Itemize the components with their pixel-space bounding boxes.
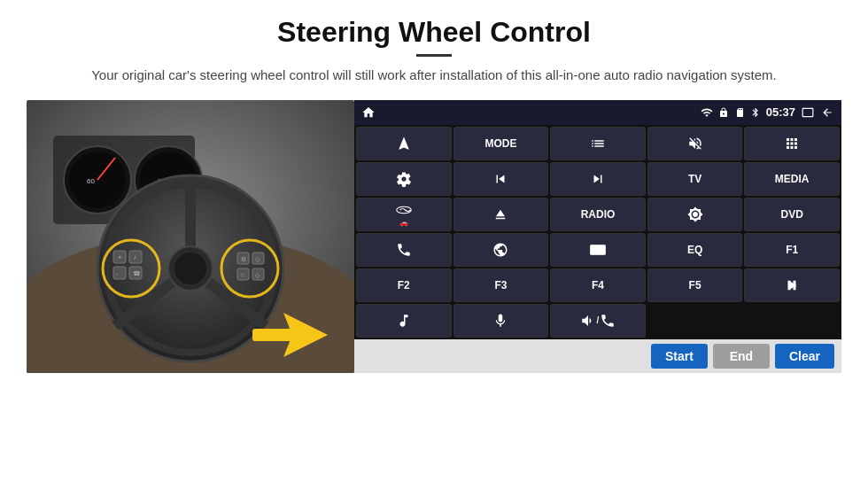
btn-eq[interactable]: EQ: [647, 233, 743, 267]
svg-text:☎: ☎: [133, 270, 141, 276]
btn-mode[interactable]: MODE: [453, 127, 549, 160]
btn-f1[interactable]: F1: [744, 233, 840, 267]
btn-mic[interactable]: [453, 304, 549, 338]
btn-f2[interactable]: F2: [356, 268, 452, 302]
svg-point-37: [397, 206, 412, 214]
btn-list[interactable]: [550, 127, 646, 160]
btn-playpause[interactable]: [744, 268, 840, 302]
status-bar: 05:37: [354, 100, 841, 125]
btn-settings[interactable]: [356, 162, 452, 196]
btn-dvd[interactable]: DVD: [744, 198, 840, 231]
page-subtitle: Your original car's steering wheel contr…: [91, 66, 777, 86]
start-button[interactable]: Start: [651, 344, 708, 369]
btn-prev[interactable]: [453, 162, 549, 196]
btn-next[interactable]: [550, 162, 646, 196]
btn-f5[interactable]: F5: [647, 268, 743, 302]
page-container: Steering Wheel Control Your original car…: [0, 0, 868, 482]
status-bar-left: [361, 105, 376, 120]
btn-f4[interactable]: F4: [550, 268, 646, 302]
btn-f3[interactable]: F3: [453, 268, 549, 302]
control-panel: 05:37 MODE: [354, 100, 841, 373]
btn-vol-phone[interactable]: /: [550, 304, 646, 338]
steering-wheel-image: 60 80 + ♪ -: [27, 100, 354, 373]
btn-radio[interactable]: RADIO: [550, 198, 646, 231]
btn-media[interactable]: MEDIA: [744, 162, 840, 196]
svg-text:♪: ♪: [133, 253, 136, 261]
btn-apps[interactable]: [744, 127, 840, 160]
btn-screen[interactable]: [550, 233, 646, 267]
status-time: 05:37: [766, 105, 795, 119]
end-button[interactable]: End: [713, 344, 770, 369]
page-title: Steering Wheel Control: [277, 16, 591, 49]
btn-nav[interactable]: [356, 127, 452, 160]
screen-cast-icon: [801, 106, 815, 119]
svg-text:○: ○: [240, 271, 244, 279]
btn-tv[interactable]: TV: [647, 162, 743, 196]
clear-button[interactable]: Clear: [775, 344, 834, 369]
home-icon: [361, 105, 376, 120]
lock-icon: [718, 106, 729, 119]
svg-text:⚙: ⚙: [241, 256, 246, 262]
status-bar-right: 05:37: [701, 105, 834, 119]
svg-rect-38: [591, 245, 606, 254]
svg-text:60: 60: [87, 177, 95, 185]
svg-text:+: +: [118, 253, 122, 261]
wifi-icon: [701, 106, 713, 119]
btn-brightness[interactable]: [647, 198, 743, 231]
button-grid: MODE TV: [354, 125, 841, 339]
btn-mute[interactable]: [647, 127, 743, 160]
btn-empty-1: [647, 304, 743, 338]
svg-point-16: [174, 253, 206, 284]
btn-web[interactable]: [453, 233, 549, 267]
action-bar: Start End Clear: [354, 339, 841, 373]
btn-eject[interactable]: [453, 198, 549, 231]
title-divider: [416, 54, 452, 57]
sd-icon: [734, 106, 745, 119]
svg-rect-36: [252, 329, 292, 341]
btn-music[interactable]: [356, 304, 452, 338]
content-row: 60 80 + ♪ -: [27, 100, 841, 373]
btn-360[interactable]: 🚗: [356, 198, 452, 231]
btn-phone[interactable]: [356, 233, 452, 267]
btn-empty-2: [744, 304, 840, 338]
bluetooth-icon: [750, 106, 761, 119]
back-icon: [820, 106, 834, 119]
